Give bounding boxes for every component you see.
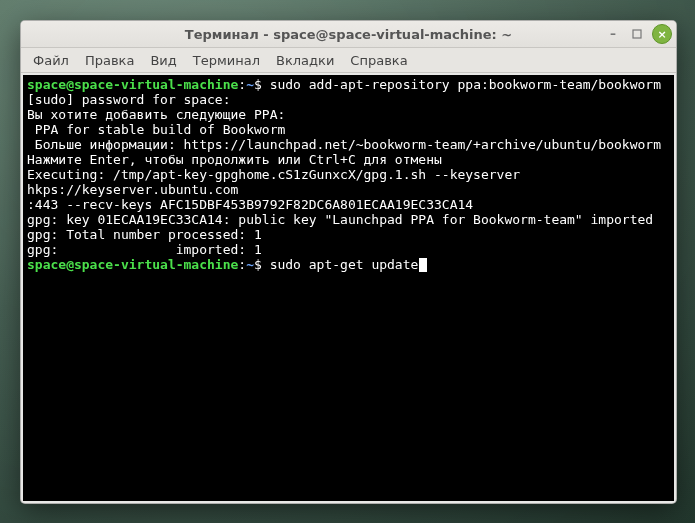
maximize-icon <box>632 29 642 39</box>
terminal-line: [sudo] password for space: <box>27 92 670 107</box>
terminal-line: space@space-virtual-machine:~$ sudo apt-… <box>27 257 670 272</box>
titlebar[interactable]: Терминал - space@space-virtual-machine: … <box>21 21 676 48</box>
close-button[interactable]: × <box>652 24 672 44</box>
terminal-line: gpg: key 01ECAA19EC33CA14: public key "L… <box>27 212 670 227</box>
terminal-line: gpg: Total number processed: 1 <box>27 227 670 242</box>
menu-file[interactable]: Файл <box>25 51 77 70</box>
menu-terminal[interactable]: Терминал <box>185 51 268 70</box>
minimize-button[interactable]: – <box>604 25 622 43</box>
terminal-area[interactable]: space@space-virtual-machine:~$ sudo add-… <box>23 75 674 501</box>
menu-edit[interactable]: Правка <box>77 51 142 70</box>
window-title: Терминал - space@space-virtual-machine: … <box>185 27 512 42</box>
cursor <box>419 258 427 272</box>
maximize-button[interactable] <box>628 25 646 43</box>
menu-view[interactable]: Вид <box>142 51 184 70</box>
terminal-line: Executing: /tmp/apt-key-gpghome.cS1zGunx… <box>27 167 670 197</box>
menu-tabs[interactable]: Вкладки <box>268 51 342 70</box>
terminal-line: space@space-virtual-machine:~$ sudo add-… <box>27 77 670 92</box>
terminal-line: PPA for stable build of Bookworm <box>27 122 670 137</box>
terminal-window: Терминал - space@space-virtual-machine: … <box>20 20 677 504</box>
terminal-line: Больше информации: https://launchpad.net… <box>27 137 670 152</box>
terminal-line: :443 --recv-keys AFC15DBF453B9792F82DC6A… <box>27 197 670 212</box>
terminal-line: Вы хотите добавить следующие PPA: <box>27 107 670 122</box>
menu-help[interactable]: Справка <box>342 51 415 70</box>
window-controls: – × <box>604 21 672 47</box>
terminal-line: gpg: imported: 1 <box>27 242 670 257</box>
svg-rect-0 <box>633 30 641 38</box>
menubar: Файл Правка Вид Терминал Вкладки Справка <box>21 48 676 73</box>
terminal-line: Нажмите Enter, чтобы продолжить или Ctrl… <box>27 152 670 167</box>
